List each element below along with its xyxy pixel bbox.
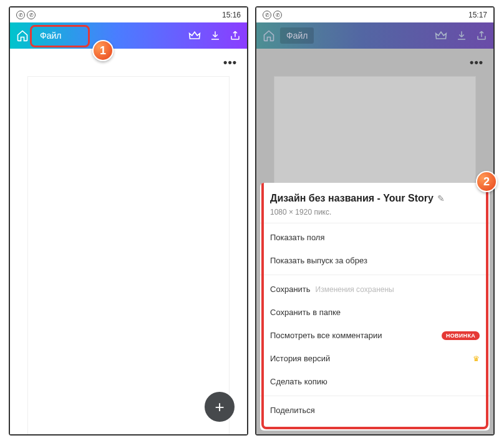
app-toolbar: Файл <box>256 22 493 49</box>
crown-icon: ♛ <box>473 354 480 363</box>
clock: 15:16 <box>222 11 241 19</box>
viber-icon: ✆ <box>27 11 36 19</box>
home-icon[interactable] <box>16 29 29 42</box>
save-to-folder-item[interactable]: Сохранить в папке <box>260 301 490 324</box>
pencil-icon[interactable]: ✎ <box>437 193 445 203</box>
file-button[interactable]: Файл <box>34 27 67 44</box>
save-item[interactable]: СохранитьИзменения сохранены <box>260 278 490 301</box>
crown-icon[interactable] <box>435 30 447 41</box>
design-dimensions: 1080 × 1920 пикс. <box>270 208 480 217</box>
more-icon[interactable]: ••• <box>223 56 237 69</box>
make-copy-item[interactable]: Сделать копию <box>260 370 490 393</box>
new-badge: НОВИНКА <box>442 331 480 340</box>
view-comments-item[interactable]: Посмотреть все комментарии НОВИНКА <box>260 324 490 347</box>
app-toolbar: Файл <box>10 22 247 49</box>
show-margins-item[interactable]: Показать поля <box>260 226 490 249</box>
file-button[interactable]: Файл <box>280 27 314 44</box>
viber-icon: ✆ <box>16 11 25 19</box>
status-bar: ✆ ✆ 15:16 <box>10 7 247 22</box>
share-icon[interactable] <box>230 30 241 41</box>
download-icon[interactable] <box>456 30 467 41</box>
design-canvas <box>274 76 476 188</box>
crown-icon[interactable] <box>188 30 201 41</box>
editor-content: ••• + <box>10 49 247 434</box>
add-button[interactable]: + <box>205 392 235 422</box>
download-icon[interactable] <box>210 30 221 41</box>
editor-content: ••• Дизайн без названия - Your Story ✎ 1… <box>256 49 493 434</box>
crown-icon: ♛ <box>473 429 480 431</box>
file-menu-panel: Дизайн без названия - Your Story ✎ 1080 … <box>260 183 490 431</box>
share-item[interactable]: Поделиться <box>260 399 490 422</box>
design-canvas[interactable] <box>27 76 230 434</box>
callout-2: 2 <box>476 171 497 192</box>
clock: 15:17 <box>468 11 487 19</box>
home-icon[interactable] <box>263 29 275 42</box>
show-bleed-item[interactable]: Показать выпуск за обрез <box>260 249 490 272</box>
more-icon[interactable]: ••• <box>470 56 483 69</box>
callout-1: 1 <box>92 40 114 61</box>
status-bar: ✆ ✆ 15:17 <box>256 7 493 22</box>
viber-icon: ✆ <box>263 11 271 19</box>
resize-item[interactable]: Изменить размер ♛ <box>260 422 490 431</box>
share-icon[interactable] <box>476 30 487 41</box>
version-history-item[interactable]: История версий ♛ <box>260 347 490 370</box>
viber-icon: ✆ <box>273 11 282 19</box>
design-title: Дизайн без названия - Your Story <box>270 193 434 204</box>
